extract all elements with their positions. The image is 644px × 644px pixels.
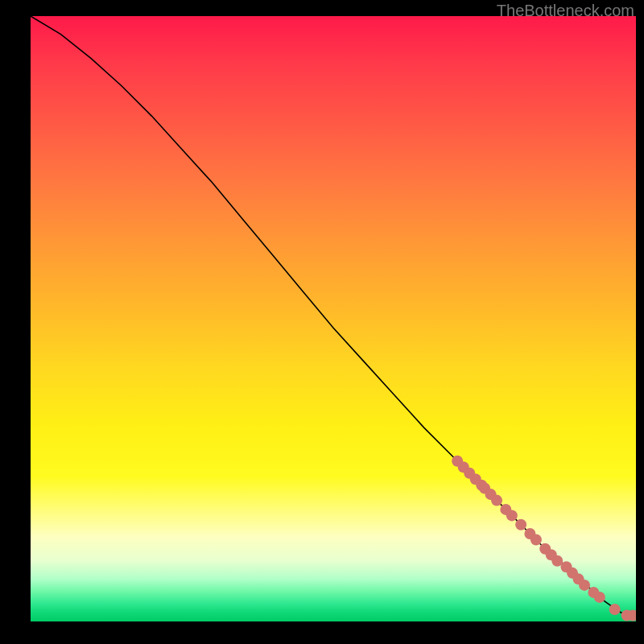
chart-svg (31, 16, 636, 621)
attribution-label: TheBottleneck.com (497, 2, 634, 20)
data-marker (524, 528, 535, 539)
data-marker (579, 580, 590, 591)
data-marker (491, 495, 502, 506)
data-marker (506, 510, 518, 521)
data-marker (452, 456, 463, 467)
data-marker (500, 504, 511, 515)
data-marker (627, 609, 636, 621)
data-marker (588, 587, 599, 598)
data-marker (551, 555, 563, 567)
chart-markers (452, 456, 636, 621)
data-marker (479, 483, 490, 494)
data-marker (594, 592, 605, 603)
data-marker (458, 461, 469, 473)
data-marker (567, 568, 578, 579)
data-marker (464, 468, 475, 479)
chart-plot-area (31, 16, 636, 621)
data-marker (485, 489, 497, 500)
data-marker (530, 534, 542, 545)
data-marker (515, 519, 526, 530)
data-marker (546, 549, 557, 560)
data-marker (539, 543, 551, 555)
data-marker (621, 609, 633, 621)
chart-curve (31, 16, 636, 615)
data-marker (470, 473, 481, 485)
data-marker (573, 573, 584, 584)
data-marker (561, 561, 572, 572)
data-marker (609, 604, 621, 615)
data-marker (476, 480, 487, 491)
